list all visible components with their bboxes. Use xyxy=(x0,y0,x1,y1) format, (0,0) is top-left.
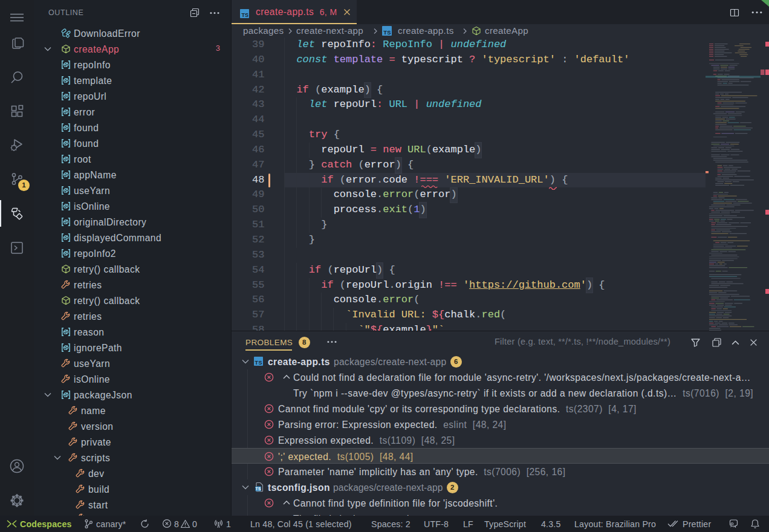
svg-text:TS: TS xyxy=(256,487,261,491)
